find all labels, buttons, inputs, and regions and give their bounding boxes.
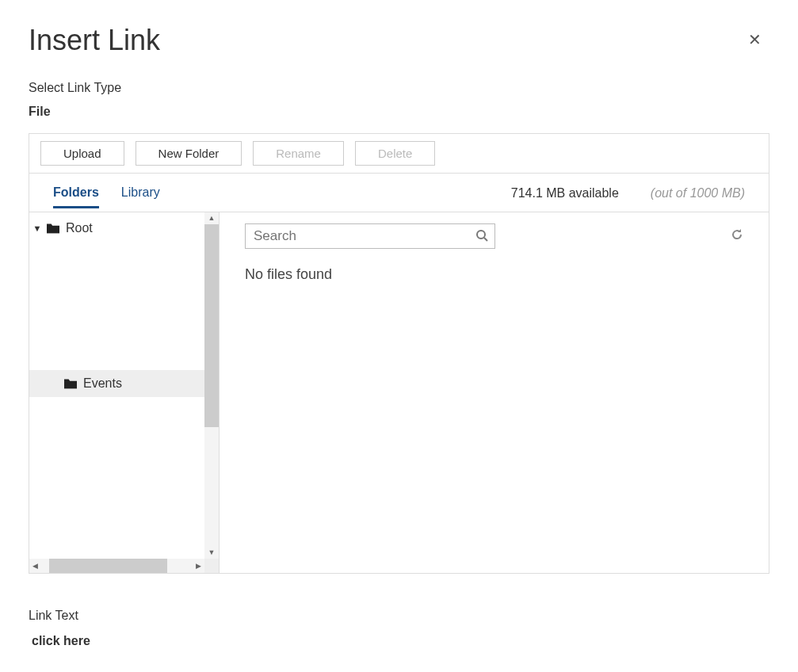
storage-available: 714.1 MB available (511, 186, 619, 200)
search-input[interactable] (252, 227, 475, 245)
close-icon: ✕ (748, 31, 762, 48)
search-box[interactable] (245, 223, 495, 249)
file-browser: Upload New Folder Rename Delete Folders … (29, 133, 769, 574)
link-text-value: click here (32, 634, 769, 648)
storage-info: 714.1 MB available (out of 1000 MB) (511, 186, 745, 207)
tree-root[interactable]: ▼ Root (29, 217, 204, 239)
scroll-track[interactable] (204, 224, 219, 547)
insert-link-dialog: ✕ Insert Link Select Link Type File Uplo… (0, 0, 798, 672)
delete-button: Delete (355, 141, 435, 166)
upload-button[interactable]: Upload (40, 141, 124, 166)
search-row (245, 223, 743, 249)
folder-open-icon (63, 377, 78, 390)
folder-tree: ▼ Root Events (29, 212, 204, 559)
link-text-label: Link Text (29, 609, 769, 623)
scroll-right-arrow-icon[interactable]: ▶ (193, 559, 204, 573)
new-folder-button[interactable]: New Folder (136, 141, 242, 166)
tree-horizontal-scrollbar[interactable]: ◀ ▶ (29, 559, 219, 573)
scroll-left-arrow-icon[interactable]: ◀ (29, 559, 41, 573)
tree-item-label: Events (83, 376, 122, 391)
folder-tree-pane: ▼ Root Events (29, 212, 220, 573)
scroll-track[interactable] (41, 559, 193, 573)
no-files-message: No files found (245, 266, 743, 283)
scroll-up-arrow-icon[interactable]: ▲ (204, 212, 219, 224)
refresh-button[interactable] (731, 228, 743, 244)
scroll-down-arrow-icon[interactable]: ▼ (204, 547, 219, 559)
tab-library[interactable]: Library (121, 185, 160, 208)
tree-vertical-scrollbar[interactable]: ▲ ▼ (204, 212, 219, 559)
svg-line-1 (484, 238, 487, 241)
link-type-value: File (29, 105, 769, 119)
collapse-icon[interactable]: ▼ (32, 223, 42, 233)
select-link-type-label: Select Link Type (29, 81, 769, 95)
refresh-icon (731, 228, 743, 241)
close-button[interactable]: ✕ (748, 32, 762, 48)
tab-folders[interactable]: Folders (53, 185, 99, 208)
file-list-pane: No files found (220, 212, 769, 573)
svg-point-0 (477, 231, 485, 239)
scroll-thumb[interactable] (49, 559, 167, 573)
tree-item-events[interactable]: Events (29, 370, 204, 397)
tabs: Folders Library (53, 185, 160, 208)
search-icon[interactable] (475, 229, 488, 244)
dialog-title: Insert Link (29, 24, 769, 57)
file-toolbar: Upload New Folder Rename Delete (29, 134, 769, 174)
rename-button: Rename (253, 141, 344, 166)
storage-total: (out of 1000 MB) (651, 186, 745, 200)
scroll-thumb[interactable] (204, 224, 219, 427)
tabs-row: Folders Library 714.1 MB available (out … (29, 174, 769, 212)
folder-open-icon (45, 222, 61, 235)
folder-tree-scroll: ▼ Root Events (29, 212, 219, 559)
file-browser-body: ▼ Root Events (29, 212, 769, 573)
tree-root-label: Root (66, 221, 93, 235)
scroll-corner (204, 559, 219, 573)
